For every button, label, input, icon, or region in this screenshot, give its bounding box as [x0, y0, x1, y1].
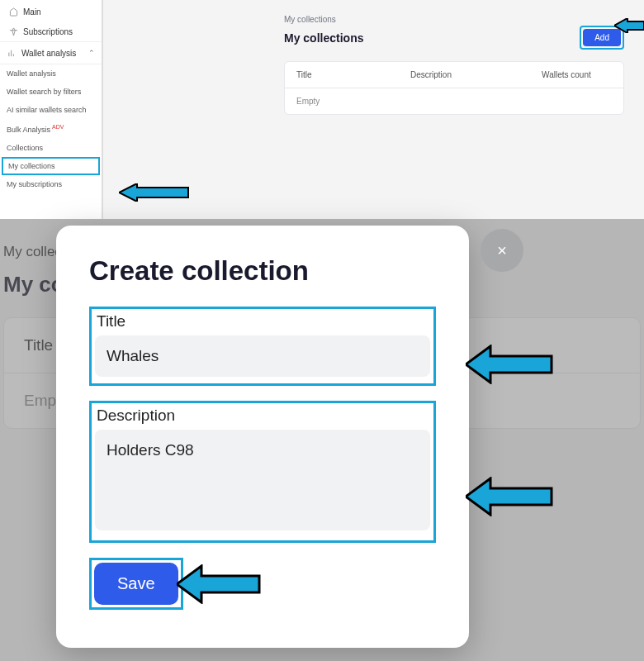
- sidebar: Main Subscriptions Wallet analysis ⌃ Wal…: [0, 0, 102, 219]
- table-header: Title Description Wallets count: [285, 62, 623, 88]
- sidebar-main-label: Main: [23, 7, 41, 17]
- sidebar-item-wallet-search[interactable]: Wallet search by filters: [0, 83, 102, 101]
- col-wallets-count: Wallets count: [542, 70, 612, 79]
- title-input[interactable]: [95, 335, 430, 377]
- annotation-arrow-icon: [119, 183, 190, 202]
- bar-chart-icon: [7, 48, 17, 58]
- sidebar-subscriptions-label: Subscriptions: [23, 27, 73, 36]
- sidebar-item-subscriptions[interactable]: Subscriptions: [0, 21, 102, 41]
- create-collection-modal: Create collection Title Description Save: [56, 226, 469, 648]
- sidebar-item-collections[interactable]: Collections: [0, 139, 102, 157]
- sidebar-item-bulk-analysis[interactable]: Bulk AnalysisADV: [0, 119, 102, 139]
- sidebar-item-main[interactable]: Main: [0, 2, 102, 21]
- modal-title: Create collection: [89, 255, 436, 287]
- svg-marker-2: [466, 346, 552, 383]
- svg-marker-1: [614, 18, 644, 33]
- col-description: Description: [410, 70, 542, 79]
- description-input[interactable]: [95, 430, 430, 530]
- home-icon: [8, 7, 18, 17]
- annotation-arrow-icon: [614, 18, 644, 33]
- breadcrumb: My collections: [284, 15, 624, 24]
- sidebar-item-my-subscriptions[interactable]: My subscriptions: [0, 175, 102, 193]
- title-label: Title: [97, 312, 430, 330]
- annotation-arrow-icon: [466, 345, 555, 384]
- svg-marker-4: [177, 566, 259, 602]
- adv-tag: ADV: [52, 124, 64, 130]
- svg-marker-0: [119, 183, 188, 202]
- svg-marker-3: [466, 478, 552, 515]
- close-button[interactable]: ×: [481, 229, 523, 272]
- annotation-arrow-icon: [177, 564, 263, 604]
- sidebar-section-wallet-analysis[interactable]: Wallet analysis ⌃: [0, 41, 102, 64]
- save-button[interactable]: Save: [94, 563, 178, 605]
- sidebar-item-my-collections[interactable]: My collections: [2, 157, 100, 175]
- sidebar-item-wallet-analysis[interactable]: Wallet analysis: [0, 64, 102, 83]
- sidebar-section-label: Wallet analysis: [21, 49, 76, 58]
- table-empty: Empty: [285, 88, 623, 114]
- collections-table: Title Description Wallets count Empty: [284, 61, 624, 115]
- save-button-highlight: Save: [89, 558, 183, 610]
- close-icon: ×: [497, 241, 507, 260]
- sidebar-item-ai-similar[interactable]: AI similar wallets search: [0, 101, 102, 119]
- diamond-icon: [8, 26, 18, 36]
- chevron-up-icon: ⌃: [88, 49, 95, 57]
- description-label: Description: [97, 407, 430, 425]
- annotation-arrow-icon: [466, 477, 555, 516]
- description-field-highlight: Description: [89, 401, 436, 543]
- col-title: Title: [296, 70, 410, 79]
- title-field-highlight: Title: [89, 307, 436, 386]
- page-title: My collections: [284, 31, 363, 45]
